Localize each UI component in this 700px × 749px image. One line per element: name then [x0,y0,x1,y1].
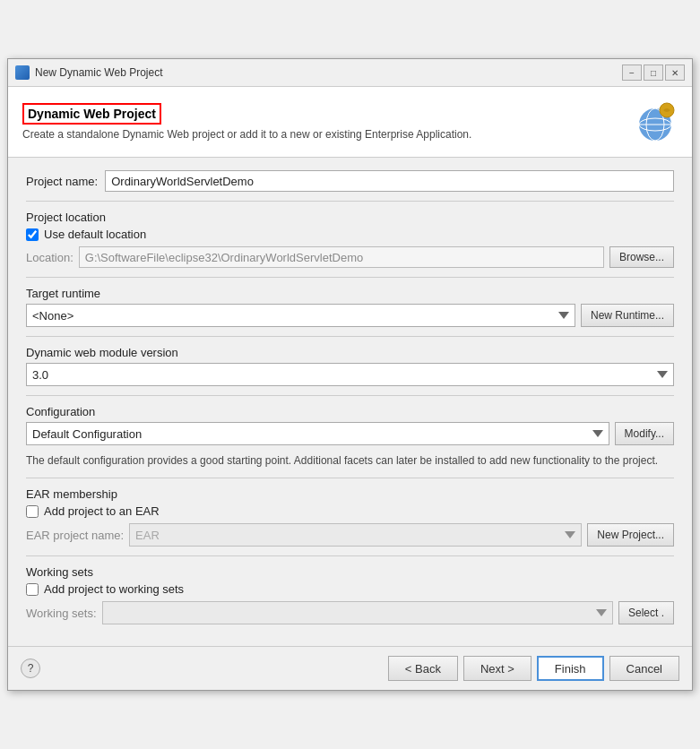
select-button[interactable]: Select . [618,601,674,624]
project-name-row: Project name: [26,170,674,192]
project-name-input[interactable] [105,170,674,192]
divider-6 [26,555,674,556]
new-runtime-button[interactable]: New Runtime... [581,304,674,327]
help-button[interactable]: ? [21,659,40,678]
configuration-group: Configuration Default Configuration Modi… [26,405,674,469]
back-button[interactable]: < Back [388,656,458,681]
ear-membership-label: EAR membership [26,487,674,501]
header-globe-icon [633,99,678,144]
add-to-ear-label[interactable]: Add project to an EAR [44,504,160,518]
ear-project-name-select[interactable]: EAR [129,523,582,547]
window-controls: − □ ✕ [622,65,685,81]
project-name-label: Project name: [26,175,98,188]
maximize-button[interactable]: □ [644,65,663,81]
web-module-version-label: Dynamic web module version [26,346,674,359]
add-to-working-sets-label[interactable]: Add project to working sets [44,582,184,596]
add-to-working-sets-checkbox[interactable] [26,583,39,596]
use-default-location-row: Use default location [26,228,674,241]
add-to-working-sets-row: Add project to working sets [26,582,674,596]
web-module-version-select[interactable]: 3.0 [26,363,674,386]
divider-2 [26,277,674,278]
divider-5 [26,478,674,478]
divider-1 [26,201,674,202]
working-sets-select[interactable] [102,601,613,624]
target-runtime-row: <None> New Runtime... [26,304,674,327]
header-title: Dynamic Web Project [22,103,161,125]
title-bar: New Dynamic Web Project − □ ✕ [8,59,692,87]
add-to-ear-row: Add project to an EAR [26,504,674,518]
use-default-location-checkbox[interactable] [26,228,39,241]
ear-membership-group: EAR membership Add project to an EAR EAR… [26,487,674,547]
location-input[interactable] [79,246,604,268]
footer-buttons: < Back Next > Finish Cancel [388,656,679,681]
target-runtime-select[interactable]: <None> [26,304,575,327]
app-icon [15,65,30,80]
header-description: Create a standalone Dynamic Web project … [22,128,624,141]
new-project-button[interactable]: New Project... [587,523,674,547]
add-to-ear-checkbox[interactable] [26,505,39,518]
divider-3 [26,336,674,337]
configuration-row: Default Configuration Modify... [26,422,674,445]
browse-button[interactable]: Browse... [609,246,674,268]
next-button[interactable]: Next > [463,656,531,681]
target-runtime-label: Target runtime [26,287,674,300]
web-module-version-row: 3.0 [26,363,674,386]
configuration-select[interactable]: Default Configuration [26,422,609,445]
project-location-label: Project location [26,211,674,224]
configuration-label: Configuration [26,405,674,418]
working-sets-group: Working sets Add project to working sets… [26,565,674,624]
working-sets-label: Working sets [26,565,674,579]
footer-section: ? < Back Next > Finish Cancel [8,646,692,690]
form-content: Project name: Project location Use defau… [8,158,692,646]
divider-4 [26,395,674,396]
main-window: New Dynamic Web Project − □ ✕ Dynamic We… [7,58,693,691]
ear-project-name-row: EAR project name: EAR New Project... [26,523,674,547]
location-label: Location: [26,251,73,264]
minimize-button[interactable]: − [622,65,642,81]
cancel-button[interactable]: Cancel [609,656,679,681]
header-section: Dynamic Web Project Create a standalone … [8,87,692,158]
ear-project-name-label: EAR project name: [26,529,124,542]
location-row: Location: Browse... [26,246,674,268]
working-sets-label2: Working sets: [26,607,97,620]
modify-button[interactable]: Modify... [615,422,674,445]
web-module-version-group: Dynamic web module version 3.0 [26,346,674,386]
use-default-location-label[interactable]: Use default location [44,228,146,241]
finish-button[interactable]: Finish [537,656,604,681]
configuration-hint: The default configuration provides a goo… [26,452,674,469]
window-title: New Dynamic Web Project [35,66,617,79]
header-text: Dynamic Web Project Create a standalone … [22,103,624,141]
close-button[interactable]: ✕ [665,65,685,81]
working-sets-row: Working sets: Select . [26,601,674,624]
target-runtime-group: Target runtime <None> New Runtime... [26,287,674,327]
project-location-group: Project location Use default location Lo… [26,211,674,268]
